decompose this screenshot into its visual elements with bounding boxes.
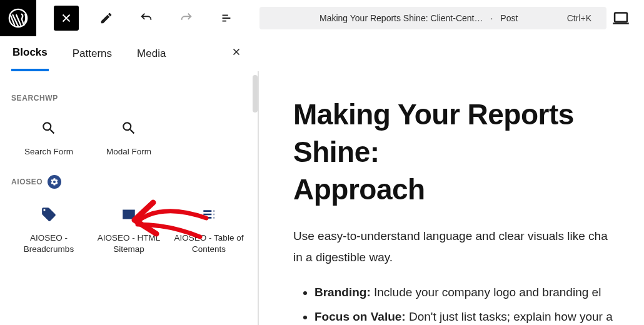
edit-button[interactable] (94, 6, 119, 31)
block-aioseo-sitemap[interactable]: AIOSEO - HTML Sitemap (91, 198, 166, 261)
svg-rect-1 (615, 13, 627, 22)
block-label: Modal Form (106, 146, 151, 158)
post-list[interactable]: Branding: Include your company logo and … (293, 281, 644, 325)
title-line: Making Your Reports Shine: (293, 98, 574, 168)
searchwp-blocks: Search Form Modal Form (11, 111, 246, 164)
block-inserter-panel: SEARCHWP Search Form Modal Form AIOSEO (0, 71, 258, 325)
document-title-bar[interactable]: Making Your Reports Shine: Client-Cent… … (259, 7, 606, 29)
undo-icon (139, 11, 153, 25)
close-inserter-button[interactable] (54, 6, 79, 31)
post-paragraph[interactable]: Use easy-to-understand language and clea… (293, 226, 644, 268)
block-aioseo-toc[interactable]: AIOSEO - Table of Contents (171, 198, 246, 261)
paragraph-text: Use easy-to-understand language and clea… (293, 229, 608, 242)
document-title: Making Your Reports Shine: Client-Cent… (319, 13, 483, 23)
document-overview-button[interactable] (214, 6, 239, 31)
block-search-form[interactable]: Search Form (11, 111, 86, 164)
post-content[interactable]: Making Your Reports Shine: Approach Use … (258, 71, 644, 325)
separator-dot: · (490, 13, 493, 23)
wordpress-icon (8, 8, 29, 29)
title-line: Approach (293, 173, 425, 206)
redo-button[interactable] (174, 6, 199, 31)
redo-icon (179, 11, 193, 25)
post-title[interactable]: Making Your Reports Shine: Approach (293, 96, 644, 208)
tab-media[interactable]: Media (136, 38, 167, 70)
block-label: AIOSEO - HTML Sitemap (94, 232, 164, 255)
bullet-text: Include your company logo and branding e… (371, 286, 601, 299)
bullet-label: Branding: (314, 286, 371, 299)
editor-toolbar: Making Your Reports Shine: Client-Cent… … (0, 0, 644, 36)
undo-button[interactable] (134, 6, 159, 31)
list-box-icon (121, 206, 137, 222)
bullet-label: Focus on Value: (314, 310, 406, 323)
block-aioseo-breadcrumbs[interactable]: AIOSEO - Breadcrumbs (11, 198, 86, 261)
panel-divider (258, 71, 259, 325)
close-panel-button[interactable] (226, 41, 247, 66)
tab-patterns[interactable]: Patterns (71, 38, 113, 70)
inserter-tabs: Blocks Patterns Media (0, 36, 258, 71)
close-icon (59, 11, 73, 25)
paragraph-text: in a digestible way. (293, 251, 393, 264)
block-modal-form[interactable]: Modal Form (91, 111, 166, 164)
laptop-icon (610, 8, 631, 29)
block-label: Search Form (24, 146, 73, 158)
aioseo-text: AIOSEO (11, 178, 43, 186)
aioseo-blocks: AIOSEO - Breadcrumbs AIOSEO - HTML Sitem… (11, 198, 246, 261)
search-icon (121, 120, 137, 136)
view-button[interactable] (610, 8, 631, 29)
list-item[interactable]: Branding: Include your company logo and … (314, 281, 644, 303)
pencil-icon (99, 11, 113, 25)
section-searchwp-label: SEARCHWP (11, 94, 246, 102)
gear-badge-icon (48, 175, 61, 189)
command-shortcut: Ctrl+K (567, 13, 591, 23)
search-icon (41, 120, 57, 136)
bullet-text: Don't just list tasks; explain how your … (406, 310, 613, 323)
document-type: Post (500, 13, 518, 23)
wordpress-logo[interactable] (0, 0, 36, 36)
main-layout: SEARCHWP Search Form Modal Form AIOSEO (0, 71, 644, 325)
tag-icon (41, 206, 57, 222)
close-icon (231, 46, 242, 58)
toolbar-buttons (36, 6, 239, 31)
list-item[interactable]: Focus on Value: Don't just list tasks; e… (314, 306, 644, 325)
tab-blocks[interactable]: Blocks (11, 36, 49, 71)
block-label: AIOSEO - Breadcrumbs (14, 232, 84, 255)
toc-icon (201, 206, 217, 222)
list-icon (219, 11, 233, 25)
block-label: AIOSEO - Table of Contents (174, 232, 244, 255)
section-aioseo-label: AIOSEO (11, 175, 246, 189)
